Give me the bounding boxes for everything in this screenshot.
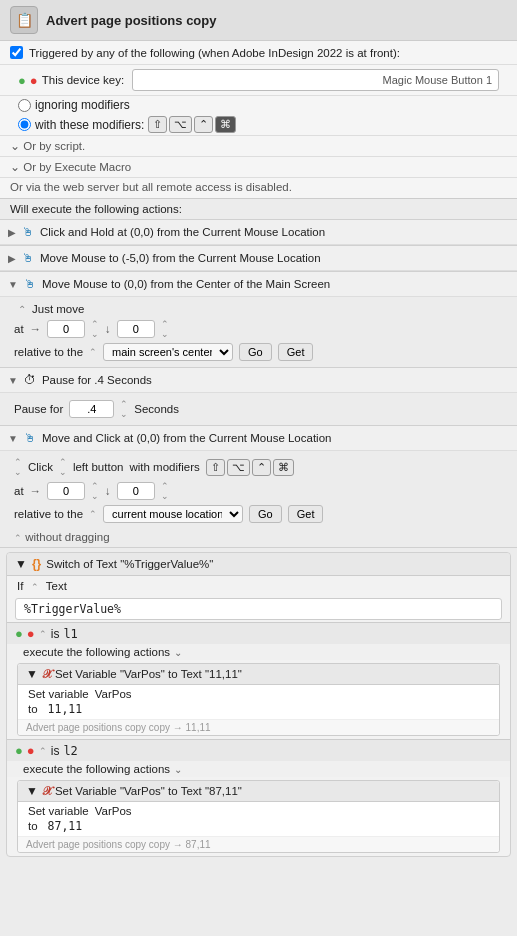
ignore-modifiers-radio[interactable] xyxy=(18,99,31,112)
x-arrow-2: → xyxy=(30,485,42,497)
stepper-click[interactable]: ⌃⌄ xyxy=(14,457,22,477)
type-select: Text xyxy=(46,580,67,592)
stepper-y-1[interactable]: ⌃⌄ xyxy=(161,319,169,339)
action-move-click-header[interactable]: ▼ 🖱 Move and Click at (0,0) from the Cur… xyxy=(0,426,517,451)
with-modifiers-label[interactable]: with these modifiers: xyxy=(18,118,144,132)
case-l1-red: ● xyxy=(27,626,35,641)
header: 📋 Advert page positions copy xyxy=(0,0,517,41)
action-pause: ▼ ⏱ Pause for .4 Seconds Pause for ⌃⌄ Se… xyxy=(0,368,517,426)
is-label-l1: is xyxy=(51,627,60,641)
execute-row-l1: execute the following actions ⌄ xyxy=(7,644,510,660)
action-move-click-title: Move and Click at (0,0) from the Current… xyxy=(42,432,332,444)
pause-for-label: Pause for xyxy=(14,403,63,415)
go-button-2[interactable]: Go xyxy=(249,505,282,523)
get-button-1[interactable]: Get xyxy=(278,343,314,361)
macro-icon: 📋 xyxy=(16,12,33,28)
relative-select-2[interactable]: current mouse location xyxy=(103,505,243,523)
execute-row-l2: execute the following actions ⌄ xyxy=(7,761,510,777)
device-key-label: This device key: xyxy=(42,74,124,86)
mouse-icon-4: 🖱 xyxy=(22,430,38,446)
control-key[interactable]: ⌃ xyxy=(194,116,213,133)
stepper-y-2[interactable]: ⌃⌄ xyxy=(161,481,169,501)
chevron-down-switch[interactable]: ▼ xyxy=(15,557,27,571)
chevron-set-var-l2[interactable]: ▼ xyxy=(26,784,38,798)
trigger-value-text: %TriggerValue% xyxy=(24,602,121,616)
action-move-2-body: ⌃ Just move at → ⌃⌄ ↓ ⌃⌄ relative to the… xyxy=(0,297,517,367)
action-click-hold-header[interactable]: ▶ 🖱 Click and Hold at (0,0) from the Cur… xyxy=(0,220,517,245)
option-key-2[interactable]: ⌥ xyxy=(227,459,250,476)
stepper-case-l1[interactable]: ⌃ xyxy=(39,629,47,639)
mouse-icon-3: 🖱 xyxy=(22,276,38,292)
button-label: left button xyxy=(73,461,124,473)
set-var-l1-header[interactable]: ▼ 𝒳 Set Variable "VarPos" to Text "11,11… xyxy=(18,664,499,685)
shift-key-2[interactable]: ⇧ xyxy=(206,459,225,476)
stepper-pause[interactable]: ⌃⌄ xyxy=(120,399,128,419)
control-key-2[interactable]: ⌃ xyxy=(252,459,271,476)
chevron-set-var-l1[interactable]: ▼ xyxy=(26,667,38,681)
ignore-modifiers-label[interactable]: ignoring modifiers xyxy=(18,98,130,112)
y-input-1[interactable] xyxy=(117,320,155,338)
stepper-x-1[interactable]: ⌃⌄ xyxy=(91,319,99,339)
pause-input[interactable] xyxy=(69,400,114,418)
with-modifiers-text: with these modifiers: xyxy=(35,118,144,132)
if-text-row: If ⌃ Text xyxy=(7,576,510,596)
x-input-1[interactable] xyxy=(47,320,85,338)
trigger-row: Triggered by any of the following (when … xyxy=(0,41,517,65)
stepper-type[interactable]: ⌃ xyxy=(31,582,39,592)
set-var-l2: ▼ 𝒳 Set Variable "VarPos" to Text "87,11… xyxy=(17,780,500,853)
case-l2-val: l2 xyxy=(63,744,77,758)
to-label-l2: to xyxy=(28,820,38,832)
action-move-1-title: Move Mouse to (-5,0) from the Current Mo… xyxy=(40,252,321,264)
command-key-2[interactable]: ⌘ xyxy=(273,459,294,476)
chevron-down-icon-2[interactable]: ▼ xyxy=(8,375,18,386)
switch-inner-header[interactable]: ▼ {} Switch of Text "%TriggerValue%" xyxy=(7,553,510,576)
stepper-rel-1[interactable]: ⌃ xyxy=(89,347,97,357)
execute-label-l1: execute the following actions xyxy=(23,646,170,658)
stepper-button[interactable]: ⌃⌄ xyxy=(59,457,67,477)
set-var-l2-header[interactable]: ▼ 𝒳 Set Variable "VarPos" to Text "87,11… xyxy=(18,781,499,802)
action-move-1-header[interactable]: ▶ 🖱 Move Mouse to (-5,0) from the Curren… xyxy=(0,246,517,271)
just-move-stepper[interactable]: ⌃ xyxy=(18,304,26,315)
execute-chevron-l2[interactable]: ⌄ xyxy=(174,764,182,775)
set-var-label-l1: Set variable xyxy=(28,688,89,700)
trigger-checkbox[interactable] xyxy=(10,46,23,59)
chevron-down-icon-3[interactable]: ▼ xyxy=(8,433,18,444)
y-input-2[interactable] xyxy=(117,482,155,500)
action-move-2-header[interactable]: ▼ 🖱 Move Mouse to (0,0) from the Center … xyxy=(0,272,517,297)
x-arrow-1: → xyxy=(30,323,42,335)
with-modifiers-radio[interactable] xyxy=(18,118,31,131)
action-pause-header[interactable]: ▼ ⏱ Pause for .4 Seconds xyxy=(0,368,517,393)
to-label-l1: to xyxy=(28,703,38,715)
green-dot: ● xyxy=(18,73,26,88)
chevron-down-icon-1[interactable]: ▼ xyxy=(8,279,18,290)
execute-chevron-l1[interactable]: ⌄ xyxy=(174,647,182,658)
x-input-2[interactable] xyxy=(47,482,85,500)
action-move-2: ▼ 🖱 Move Mouse to (0,0) from the Center … xyxy=(0,272,517,368)
mouse-icon-1: 🖱 xyxy=(20,224,36,240)
command-key[interactable]: ⌘ xyxy=(215,116,236,133)
mouse-icon-2: 🖱 xyxy=(20,250,36,266)
stepper-case-l2[interactable]: ⌃ xyxy=(39,746,47,756)
case-l2-green: ● xyxy=(15,743,23,758)
stepper-drag[interactable]: ⌃ xyxy=(14,533,22,543)
case-l1-top: ● ● ⌃ is l1 xyxy=(7,623,510,644)
shift-key[interactable]: ⇧ xyxy=(148,116,167,133)
set-var-label-l2: Set variable xyxy=(28,805,89,817)
at-label-2: at xyxy=(14,485,24,497)
relative-select-1[interactable]: main screen's center xyxy=(103,343,233,361)
without-dragging: ⌃ without dragging xyxy=(0,529,517,547)
with-modifiers-label: with modifiers xyxy=(129,461,199,473)
option-key[interactable]: ⌥ xyxy=(169,116,192,133)
is-label-l2: is xyxy=(51,744,60,758)
stepper-x-2[interactable]: ⌃⌄ xyxy=(91,481,99,501)
modifier-keys-2: ⇧ ⌥ ⌃ ⌘ xyxy=(206,459,294,476)
set-var-l1-title: Set Variable "VarPos" to Text "11,11" xyxy=(55,668,242,680)
chevron-right-icon[interactable]: ▶ xyxy=(8,227,16,238)
device-key-input[interactable] xyxy=(132,69,499,91)
chevron-right-icon-2[interactable]: ▶ xyxy=(8,253,16,264)
get-button-2[interactable]: Get xyxy=(288,505,324,523)
header-icon: 📋 xyxy=(10,6,38,34)
trigger-value-box: %TriggerValue% xyxy=(15,598,502,620)
stepper-rel-2[interactable]: ⌃ xyxy=(89,509,97,519)
go-button-1[interactable]: Go xyxy=(239,343,272,361)
